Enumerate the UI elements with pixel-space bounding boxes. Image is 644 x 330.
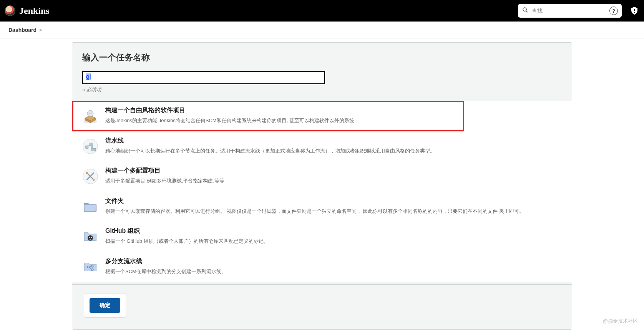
footer-button-box: 确定 — [84, 293, 126, 318]
item-type-pipeline[interactable]: 流水线 精心地组织一个可以长期运行在多个节点上的任务。适用于构建流水线（更加正式… — [72, 131, 572, 162]
item-title: 流水线 — [105, 137, 562, 145]
item-name-value: gi — [86, 73, 91, 80]
item-desc: 这是Jenkins的主要功能.Jenkins将会结合任何SCM和任何构建系统来构… — [105, 117, 454, 124]
matrix-icon — [82, 168, 98, 184]
jenkins-logo-icon — [5, 5, 15, 16]
folder-icon — [82, 199, 98, 215]
watermark: @摘金技术社区 — [603, 318, 638, 325]
name-title: 输入一个任务名称 — [82, 52, 562, 63]
required-hint: » 必填项 — [82, 86, 562, 93]
main-content: 输入一个任务名称 gi » 必填项 — [0, 38, 644, 330]
item-desc: 适用于多配置项目,例如多环境测试,平台指定构建,等等. — [105, 177, 562, 185]
brand-title: Jenkins — [19, 6, 50, 16]
breadcrumb: Dashboard ▶ — [0, 22, 644, 38]
chevron-right-icon: ▶ — [39, 28, 43, 32]
github-org-icon — [82, 229, 98, 245]
footer: 确定 — [72, 284, 572, 329]
search-input[interactable] — [529, 8, 607, 14]
svg-rect-3 — [634, 12, 635, 13]
svg-point-14 — [91, 237, 92, 238]
svg-point-12 — [88, 235, 93, 241]
item-title: GitHub 组织 — [105, 227, 562, 235]
name-section: 输入一个任务名称 gi » 必填项 — [72, 43, 572, 101]
svg-point-6 — [83, 139, 98, 154]
logo-area[interactable]: Jenkins — [5, 5, 50, 16]
item-type-list: 构建一个自由风格的软件项目 这是Jenkins的主要功能.Jenkins将会结合… — [72, 101, 572, 282]
item-type-matrix[interactable]: 构建一个多配置项目 适用于多配置项目,例如多环境测试,平台指定构建,等等. — [72, 161, 572, 192]
header: Jenkins ? — [0, 0, 644, 22]
svg-point-0 — [523, 8, 526, 11]
search-box[interactable]: ? — [518, 4, 622, 18]
item-desc: 创建一个可以嵌套存储的容器。利用它可以进行分组。 视图仅仅是一个过滤器，而文件夹… — [105, 207, 562, 215]
multibranch-icon — [82, 259, 98, 275]
pipeline-icon — [82, 138, 98, 154]
svg-point-10 — [86, 172, 88, 174]
help-icon[interactable]: ? — [609, 7, 618, 15]
item-title: 文件夹 — [105, 197, 562, 205]
item-type-freestyle[interactable]: 构建一个自由风格的软件项目 这是Jenkins的主要功能.Jenkins将会结合… — [72, 101, 464, 131]
item-desc: 根据一个SCM仓库中检测到的分支创建一系列流水线。 — [105, 268, 562, 275]
breadcrumb-dashboard[interactable]: Dashboard — [6, 27, 39, 33]
svg-line-1 — [526, 11, 528, 12]
svg-point-11 — [93, 179, 95, 181]
item-desc: 精心地组织一个可以长期运行在多个节点上的任务。适用于构建流水线（更加正式地应当称… — [105, 147, 562, 155]
new-item-panel: 输入一个任务名称 gi » 必填项 — [72, 42, 572, 330]
freestyle-icon — [82, 108, 98, 124]
ok-button[interactable]: 确定 — [90, 298, 120, 313]
svg-point-13 — [89, 237, 90, 238]
item-type-github-org[interactable]: GitHub 组织 扫描一个 GitHub 组织（或者个人账户）的所有仓库来匹配… — [72, 222, 572, 252]
item-type-multibranch[interactable]: 多分支流水线 根据一个SCM仓库中检测到的分支创建一系列流水线。 — [72, 252, 572, 282]
item-title: 构建一个多配置项目 — [105, 167, 562, 175]
svg-point-5 — [87, 110, 93, 116]
item-title: 多分支流水线 — [105, 257, 562, 265]
item-type-folder[interactable]: 文件夹 创建一个可以嵌套存储的容器。利用它可以进行分组。 视图仅仅是一个过滤器，… — [72, 192, 572, 222]
svg-rect-2 — [634, 9, 635, 11]
shield-alert-icon[interactable] — [629, 6, 639, 16]
item-title: 构建一个自由风格的软件项目 — [105, 106, 454, 114]
item-name-input[interactable]: gi — [82, 71, 325, 84]
item-desc: 扫描一个 GitHub 组织（或者个人账户）的所有仓库来匹配已定义的标记。 — [105, 237, 562, 245]
search-icon — [522, 7, 529, 15]
